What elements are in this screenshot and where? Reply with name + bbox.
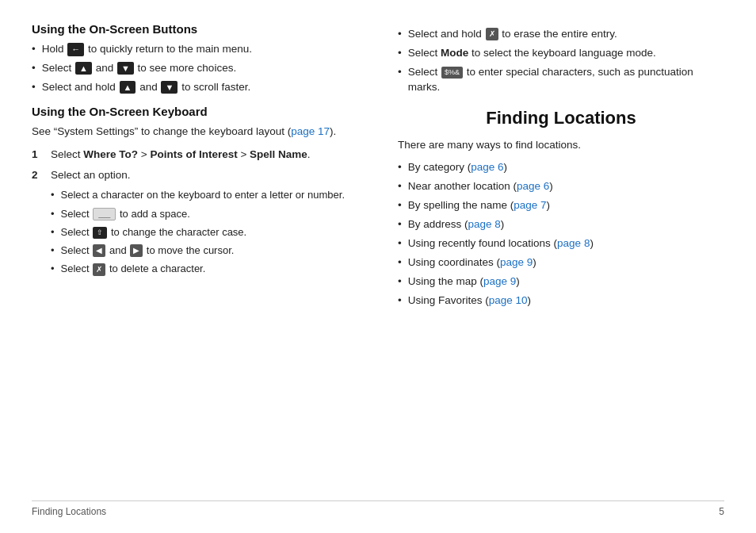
bullet-text: By address (page 8) — [408, 217, 505, 232]
page9-coordinates-link[interactable]: page 9 — [500, 256, 533, 268]
list-item: By spelling the name (page 7) — [398, 198, 724, 213]
left-arrow-icon: ◀ — [93, 244, 105, 257]
down-arrow-icon: ▼ — [161, 81, 178, 94]
bullet-text: Using the map (page 9) — [408, 274, 520, 290]
section1-heading: Using the On-Screen Buttons — [32, 22, 358, 36]
step-1: 1 Select Where To? > Points of Interest … — [32, 148, 358, 163]
spell-name-label: Spell Name — [250, 148, 307, 160]
list-item: Select ◀ and ▶ to move the cursor. — [51, 243, 358, 258]
bullet-text: Select ▲ and ▼ to see more choices. — [42, 61, 236, 76]
list-item: By address (page 8) — [398, 217, 724, 232]
sub-bullet-text: Select ___ to add a space. — [61, 207, 190, 221]
list-item: Select ✗ to delete a character. — [51, 262, 358, 276]
list-item: Select ⇧ to change the character case. — [51, 225, 358, 240]
bullet-text: Near another location (page 6) — [408, 179, 553, 194]
footer: Finding Locations 5 — [32, 500, 724, 517]
list-item: Select Mode to select the keyboard langu… — [398, 46, 724, 61]
page6-category-link[interactable]: page 6 — [471, 161, 503, 173]
list-item: Select ▲ and ▼ to see more choices. — [32, 61, 358, 76]
list-item: Select and hold ▲ and ▼ to scroll faster… — [32, 80, 358, 95]
list-item: Using Favorites (page 10) — [398, 293, 724, 309]
step-1-num: 1 — [32, 148, 43, 163]
back-button-icon: ← — [67, 43, 84, 56]
bullet-text: By category (page 6) — [408, 160, 507, 175]
list-item: By category (page 6) — [398, 160, 724, 175]
footer-left-text: Finding Locations — [32, 506, 106, 517]
list-item: Select ___ to add a space. — [51, 207, 358, 221]
list-item: Select and hold ✗ to erase the entire en… — [398, 27, 724, 42]
bullet-text: Using recently found locations (page 8) — [408, 236, 594, 251]
sub-bullet-text: Select ⇧ to change the character case. — [61, 225, 247, 240]
page10-link[interactable]: page 10 — [489, 294, 528, 306]
right-column: Select and hold ✗ to erase the entire en… — [390, 22, 724, 488]
down-arrow-icon: ▼ — [117, 62, 134, 75]
up-arrow-icon: ▲ — [75, 62, 92, 75]
sub-bullet-text: Select ✗ to delete a character. — [61, 262, 206, 276]
page7-link[interactable]: page 7 — [514, 199, 546, 211]
erase-icon: ✗ — [486, 28, 498, 40]
bullet-text: Select and hold ✗ to erase the entire en… — [408, 27, 617, 42]
page6-near-link[interactable]: page 6 — [517, 180, 549, 192]
step-2-content: Select an option. Select a character on … — [51, 168, 358, 280]
where-to-label: Where To? — [83, 148, 138, 160]
page17-link[interactable]: page 17 — [291, 125, 330, 137]
finding-locations-list: By category (page 6) Near another locati… — [398, 160, 724, 308]
up-arrow-icon: ▲ — [120, 81, 136, 94]
list-item: Select $%& to enter special characters, … — [398, 65, 724, 95]
page: Using the On-Screen Buttons Hold ← to qu… — [0, 0, 756, 533]
bullet-text: Using coordinates (page 9) — [408, 255, 536, 270]
poi-label: Points of Interest — [150, 148, 237, 160]
delete-char-icon: ✗ — [93, 263, 105, 276]
step-1-content: Select Where To? > Points of Interest > … — [51, 148, 358, 163]
finding-locations-title: Finding Locations — [398, 108, 724, 128]
step-2-num: 2 — [32, 168, 43, 280]
right-arrow-icon: ▶ — [130, 244, 143, 257]
bullet-text: Using Favorites (page 10) — [408, 293, 531, 309]
bullet-text: Select $%& to enter special characters, … — [408, 65, 724, 95]
right-top-bullets: Select and hold ✗ to erase the entire en… — [398, 27, 724, 95]
keyboard-intro: See “System Settings” to change the keyb… — [32, 125, 358, 140]
step-2: 2 Select an option. Select a character o… — [32, 168, 358, 280]
section1-bullet-list: Hold ← to quickly return to the main men… — [32, 42, 358, 95]
space-button-icon: ___ — [93, 208, 116, 221]
bullet-text: Select and hold ▲ and ▼ to scroll faster… — [42, 80, 250, 95]
list-item: Using coordinates (page 9) — [398, 255, 724, 270]
steps: 1 Select Where To? > Points of Interest … — [32, 148, 358, 281]
list-item: Using the map (page 9) — [398, 274, 724, 290]
page8-recent-link[interactable]: page 8 — [557, 237, 590, 249]
finding-locations-intro: There are many ways to find locations. — [398, 138, 724, 153]
section2-heading: Using the On-Screen Keyboard — [32, 105, 358, 118]
bullet-text: Select Mode to select the keyboard langu… — [408, 46, 656, 61]
page8-address-link[interactable]: page 8 — [468, 218, 501, 230]
mode-label: Mode — [441, 47, 468, 59]
page9-map-link[interactable]: page 9 — [483, 275, 516, 287]
special-char-icon: $%& — [441, 67, 463, 79]
bullet-text: By spelling the name (page 7) — [408, 198, 550, 213]
sub-bullet-list: Select a character on the keyboard to en… — [51, 188, 358, 276]
sub-bullet-text: Select a character on the keyboard to en… — [61, 188, 345, 202]
list-item: Using recently found locations (page 8) — [398, 236, 724, 251]
list-item: Hold ← to quickly return to the main men… — [32, 42, 358, 57]
bullet-text: Hold ← to quickly return to the main men… — [42, 42, 252, 57]
sub-bullet-text: Select ◀ and ▶ to move the cursor. — [61, 243, 235, 258]
left-column: Using the On-Screen Buttons Hold ← to qu… — [32, 22, 366, 488]
shift-button-icon: ⇧ — [93, 227, 107, 239]
footer-page-number: 5 — [719, 506, 724, 517]
list-item: Near another location (page 6) — [398, 179, 724, 194]
list-item: Select a character on the keyboard to en… — [51, 188, 358, 202]
